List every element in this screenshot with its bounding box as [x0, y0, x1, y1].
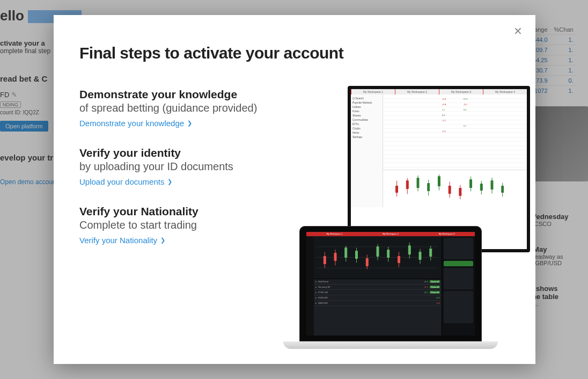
step-link-identity[interactable]: Upload your documents ❯ [79, 177, 172, 186]
step-subtext: of spread betting (guidance provided) [79, 102, 310, 114]
svg-rect-32 [398, 257, 400, 263]
svg-rect-44 [419, 252, 421, 260]
svg-rect-11 [449, 186, 451, 194]
svg-rect-40 [387, 250, 389, 258]
step-nationality: Verify your Nationality Complete to star… [79, 205, 310, 245]
svg-rect-30 [366, 258, 368, 266]
modal-title: Final steps to activate your account [79, 44, 506, 62]
chevron-right-icon: ❯ [167, 178, 172, 185]
chevron-right-icon: ❯ [160, 237, 165, 244]
svg-rect-1 [396, 186, 398, 193]
step-link-nationality[interactable]: Verify your Nationality ❯ [79, 236, 165, 245]
svg-rect-7 [428, 184, 430, 191]
svg-rect-26 [324, 257, 326, 264]
svg-rect-38 [377, 247, 379, 257]
candlestick-chart-icon [383, 170, 527, 207]
step-link-knowledge[interactable]: Demonstrate your knowledge ❯ [79, 119, 192, 128]
chevron-right-icon: ❯ [187, 120, 192, 127]
close-icon: ✕ [513, 25, 523, 37]
place-deal-button-icon [444, 261, 473, 266]
step-heading: Verify your identity [79, 147, 310, 159]
svg-rect-46 [430, 249, 432, 257]
svg-rect-28 [334, 253, 336, 261]
svg-rect-15 [470, 180, 472, 188]
step-heading: Demonstrate your knowledge [79, 88, 310, 101]
step-subtext: Complete to start trading [79, 219, 310, 231]
svg-rect-42 [408, 246, 410, 254]
svg-rect-3 [406, 181, 408, 189]
light-platform-screen: My Workspace 1 My Workspace 2 My Workspa… [351, 89, 527, 249]
candlestick-chart-icon [314, 236, 442, 279]
svg-rect-21 [502, 186, 504, 193]
step-subtext: by uploading your ID documents [79, 161, 310, 173]
step-heading: Verify your Nationality [79, 205, 310, 218]
step-identity: Verify your identity by uploading your I… [79, 147, 310, 187]
svg-rect-19 [491, 181, 493, 190]
device-mockups: My Workspace 1 My Workspace 2 My Workspa… [289, 81, 535, 349]
step-knowledge: Demonstrate your knowledge of spread bet… [79, 88, 310, 128]
close-button[interactable]: ✕ [513, 25, 523, 38]
svg-rect-17 [480, 184, 482, 191]
svg-rect-13 [459, 188, 461, 196]
svg-rect-34 [345, 248, 347, 258]
svg-rect-36 [356, 251, 358, 259]
laptop-mockup: My Workspace 1 My Workspace 2 My Workspa… [289, 226, 493, 349]
svg-rect-9 [438, 177, 440, 186]
dark-platform-screen: My Workspace 1 My Workspace 2 My Workspa… [306, 232, 475, 336]
activation-modal: ✕ Final steps to activate your account D… [54, 15, 535, 364]
svg-rect-5 [417, 178, 419, 188]
